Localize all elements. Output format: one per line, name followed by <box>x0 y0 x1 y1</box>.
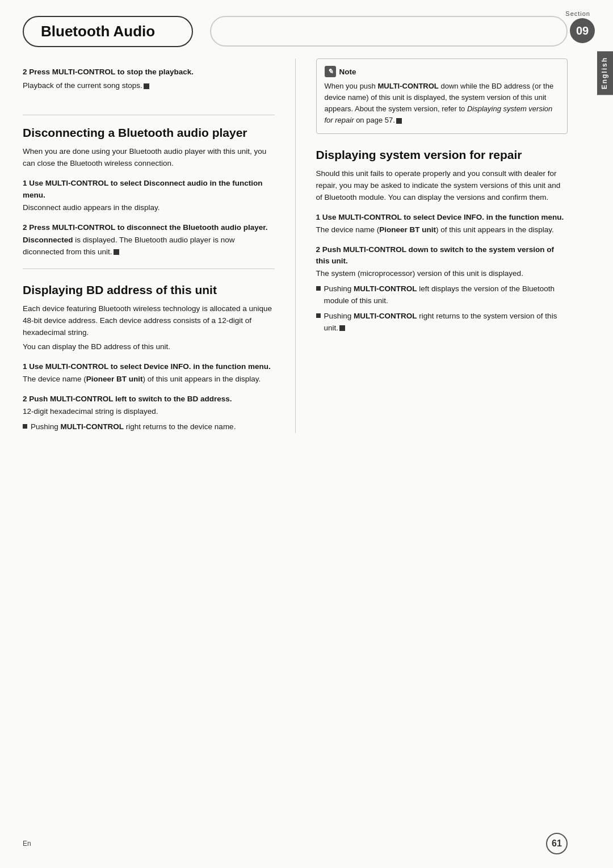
content-area: 2 Press MULTI-CONTROL to stop the playba… <box>0 53 613 450</box>
footer-page: 61 <box>546 833 568 854</box>
stop-symbol <box>144 83 149 89</box>
bullet-icon-3 <box>316 313 321 318</box>
note-body: When you push MULTI-CONTROL down while t… <box>325 81 560 127</box>
footer: En 61 <box>0 833 613 854</box>
section-system-version: Displaying system version for repair Sho… <box>316 148 568 334</box>
section-bd-address: Displaying BD address of this unit Each … <box>23 283 275 433</box>
page-title: Bluetooth Audio <box>23 16 193 47</box>
stop-symbol-2 <box>114 249 119 255</box>
stop-symbol-3 <box>339 325 345 331</box>
system-version-intro: Should this unit fails to operate proper… <box>316 168 568 204</box>
sv-bullet-2: Pushing MULTI-CONTROL right returns to t… <box>316 311 568 334</box>
bd-intro-1: Each device featuring Bluetooth wireless… <box>23 303 275 339</box>
sv-step2-heading: 2 Push MULTI-CONTROL down to switch to t… <box>316 244 568 267</box>
language-tab: English <box>597 51 613 95</box>
footer-language: En <box>23 840 31 848</box>
section-label: Section <box>565 10 590 17</box>
sv-step1-body: The device name (Pioneer BT unit) of thi… <box>316 224 568 236</box>
disconnect-step1-body: Disconnect audio appears in the display. <box>23 202 275 214</box>
column-left: 2 Press MULTI-CONTROL to stop the playba… <box>23 58 275 433</box>
divider-2 <box>23 269 275 269</box>
column-divider <box>295 58 296 433</box>
section-badge: 09 <box>570 18 595 43</box>
bd-bullet-1-text: Pushing MULTI-CONTROL right returns to t… <box>31 421 236 433</box>
bd-bullet-1: Pushing MULTI-CONTROL right returns to t… <box>23 421 275 433</box>
bullet-icon <box>23 424 27 429</box>
sv-step2-body: The system (microprocessor) version of t… <box>316 268 568 280</box>
system-version-heading: Displaying system version for repair <box>316 148 568 162</box>
sv-bullet-1: Pushing MULTI-CONTROL left displays the … <box>316 283 568 307</box>
bd-step2-body: 12-digit hexadecimal string is displayed… <box>23 406 275 418</box>
step-intro-body: Playback of the current song stops. <box>23 80 275 92</box>
sv-bullet-2-text: Pushing MULTI-CONTROL right returns to t… <box>324 311 568 334</box>
section-disconnecting-intro: When you are done using your Bluetooth a… <box>23 146 275 170</box>
bd-step1-body: The device name (Pioneer BT unit) of thi… <box>23 374 275 385</box>
page: Section 09 English Bluetooth Audio 2 Pre… <box>0 0 613 868</box>
bd-step1-heading: 1 Use MULTI-CONTROL to select Device INF… <box>23 361 275 372</box>
divider-1 <box>23 115 275 115</box>
disconnect-step2-heading: 2 Press MULTI-CONTROL to disconnect the … <box>23 222 275 233</box>
header-row: Bluetooth Audio <box>0 0 613 47</box>
header-pill-empty <box>210 16 568 47</box>
stop-symbol-note <box>396 118 402 124</box>
bd-step2-heading: 2 Push MULTI-CONTROL left to switch to t… <box>23 393 275 405</box>
bd-intro-2: You can display the BD address of this u… <box>23 341 275 353</box>
disconnect-step1-heading: 1 Use MULTI-CONTROL to select Disconnect… <box>23 178 275 201</box>
column-right: ✎ Note When you push MULTI-CONTROL down … <box>316 58 568 433</box>
section-bd-heading: Displaying BD address of this unit <box>23 283 275 297</box>
bullet-icon-2 <box>316 286 321 291</box>
note-title: ✎ Note <box>325 66 560 77</box>
step-intro: 2 Press MULTI-CONTROL to stop the playba… <box>23 66 275 104</box>
sv-bullet-1-text: Pushing MULTI-CONTROL left displays the … <box>324 283 568 307</box>
note-icon: ✎ <box>325 66 336 77</box>
step-intro-heading: 2 Press MULTI-CONTROL to stop the playba… <box>23 66 275 78</box>
sv-step1-heading: 1 Use MULTI-CONTROL to select Device INF… <box>316 212 568 223</box>
disconnect-step2-body: Disconnected is displayed. The Bluetooth… <box>23 234 275 258</box>
note-box: ✎ Note When you push MULTI-CONTROL down … <box>316 58 568 134</box>
section-disconnecting: Disconnecting a Bluetooth audio player W… <box>23 125 275 258</box>
section-disconnecting-heading: Disconnecting a Bluetooth audio player <box>23 125 275 140</box>
page-number-badge: 61 <box>546 833 568 854</box>
